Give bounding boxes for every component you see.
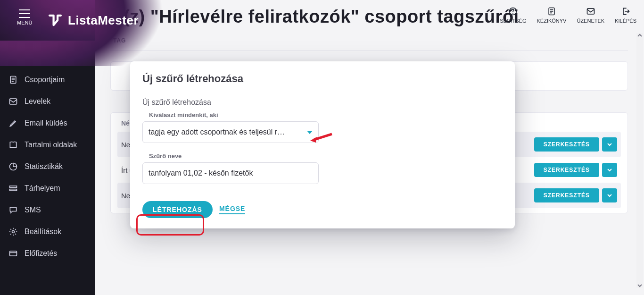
filter-type-select[interactable]: tagja egy adott csoportnak és teljesül r… (142, 121, 319, 143)
select-value: tagja egy adott csoportnak és teljesül r… (149, 128, 285, 136)
chevron-down-icon (307, 131, 313, 134)
new-filter-modal: Új szűrő létrehozása Új szűrő létrehozás… (130, 61, 515, 228)
select-label: Kiválaszt mindenkit, aki (149, 111, 503, 118)
filter-name-wrapper (142, 162, 319, 184)
modal-section-label: Új szűrő létrehozása (142, 98, 503, 107)
modal-title: Új szűrő létrehozása (142, 73, 503, 85)
cancel-button[interactable]: MÉGSE (219, 205, 246, 214)
filter-name-input[interactable] (149, 169, 313, 177)
name-label: Szűrő neve (149, 152, 503, 160)
create-button[interactable]: LÉTREHOZÁS (142, 201, 213, 218)
